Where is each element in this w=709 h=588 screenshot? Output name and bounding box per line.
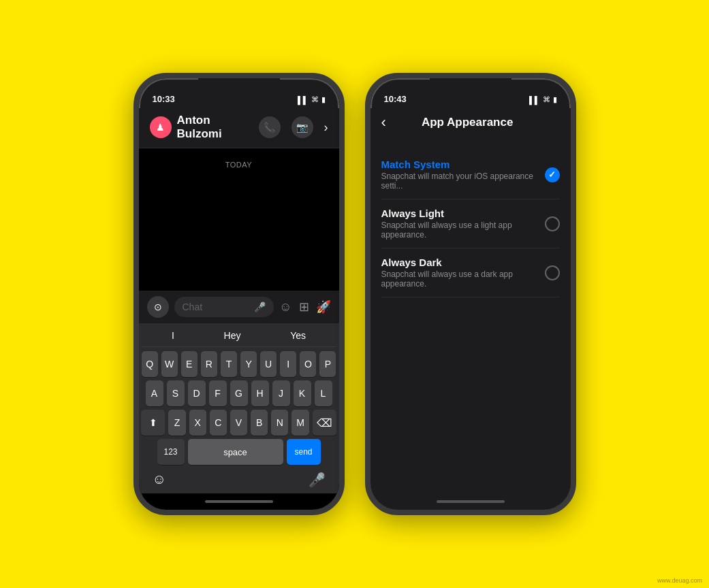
chat-placeholder: Chat xyxy=(183,301,203,312)
battery-icon-2: ▮ xyxy=(553,95,557,104)
send-key[interactable]: send xyxy=(287,439,321,465)
keyboard-bottom-row: 123 space send xyxy=(142,439,336,465)
status-bar-1: 10:33 ▌▌ ⌘ ▮ xyxy=(139,78,339,108)
emoji-key[interactable]: ☺ xyxy=(153,472,166,488)
video-call-button[interactable]: 📷 xyxy=(292,116,313,138)
status-bar-2: 10:43 ▌▌ ⌘ ▮ xyxy=(371,78,571,108)
suggestion-i[interactable]: I xyxy=(166,329,180,342)
chat-actions: 📞 📷 › xyxy=(259,116,328,138)
key-w[interactable]: W xyxy=(161,351,178,377)
space-key[interactable]: space xyxy=(188,439,283,465)
home-bar-2 xyxy=(437,500,505,503)
status-icons-2: ▌▌ ⌘ ▮ xyxy=(529,95,557,104)
snap-button[interactable]: 🚀 xyxy=(316,299,331,314)
option-always-dark[interactable]: Always Dark Snapchat will always use a d… xyxy=(381,248,560,297)
wifi-icon-2: ⌘ xyxy=(543,95,550,104)
option-match-system-desc: Snapchat will match your iOS appearance … xyxy=(381,172,539,191)
avatar: ♟ xyxy=(150,116,172,138)
phone2: 10:43 ▌▌ ⌘ ▮ ‹ App Appearance Match Syst… xyxy=(365,73,576,515)
settings-header: ‹ App Appearance xyxy=(371,108,571,140)
key-j[interactable]: J xyxy=(272,380,290,406)
key-g[interactable]: G xyxy=(230,380,248,406)
emoji-button[interactable]: ☺ xyxy=(279,300,292,314)
battery-icon: ▮ xyxy=(321,95,326,104)
option-match-system-text: Match System Snapchat will match your iO… xyxy=(381,159,539,191)
status-icons-1: ▌▌ ⌘ ▮ xyxy=(298,95,326,104)
status-time-2: 10:43 xyxy=(384,94,407,104)
key-d[interactable]: D xyxy=(188,380,206,406)
keyboard-row-3: ⬆ Z X C V B N M ⌫ xyxy=(142,410,336,436)
keyboard: I Hey Yes Q W E R T Y U I O P A xyxy=(139,323,339,493)
suggestions-row: I Hey Yes xyxy=(142,329,336,347)
option-always-light[interactable]: Always Light Snapchat will always use a … xyxy=(381,199,560,248)
key-l[interactable]: L xyxy=(315,380,332,406)
key-z[interactable]: Z xyxy=(168,410,185,436)
chat-input-area: ⊙ Chat 🎤 ☺ ⊞ 🚀 xyxy=(139,291,339,323)
radio-match-system[interactable] xyxy=(545,167,560,182)
page-title: App Appearance xyxy=(392,116,543,129)
option-always-light-title: Always Light xyxy=(381,208,539,219)
chat-screen: ♟ Anton Bulzomi 📞 📷 › TODAY ⊙ Chat 🎤 ☺ xyxy=(139,108,339,510)
key-k[interactable]: K xyxy=(294,380,311,406)
key-e[interactable]: E xyxy=(181,351,198,377)
option-always-dark-title: Always Dark xyxy=(381,257,539,268)
chat-body: TODAY xyxy=(139,148,339,291)
key-m[interactable]: M xyxy=(292,410,309,436)
keyboard-row-1: Q W E R T Y U I O P xyxy=(142,351,336,377)
keyboard-row-2: A S D F G H J K L xyxy=(142,380,336,406)
delete-key[interactable]: ⌫ xyxy=(313,410,336,436)
key-x[interactable]: X xyxy=(189,410,206,436)
key-t[interactable]: T xyxy=(221,351,237,377)
microphone-key[interactable]: 🎤 xyxy=(309,472,326,488)
page-background: 10:33 ▌▌ ⌘ ▮ ♟ Anton Bulzomi 📞 📷 › TODAY xyxy=(0,0,709,588)
radio-always-light[interactable] xyxy=(545,216,560,231)
option-always-light-text: Always Light Snapchat will always use a … xyxy=(381,208,539,240)
phone-call-button[interactable]: 📞 xyxy=(259,116,281,138)
status-time-1: 10:33 xyxy=(153,94,175,104)
key-s[interactable]: S xyxy=(167,380,185,406)
signal-icon: ▌▌ xyxy=(298,96,309,104)
suggestion-yes[interactable]: Yes xyxy=(285,329,311,342)
key-b[interactable]: B xyxy=(251,410,268,436)
watermark: www.deuag.com xyxy=(657,577,702,584)
appearance-options: Match System Snapchat will match your iO… xyxy=(371,140,571,327)
key-i[interactable]: I xyxy=(280,351,296,377)
mic-icon: 🎤 xyxy=(254,301,266,312)
key-u[interactable]: U xyxy=(260,351,277,377)
option-always-dark-text: Always Dark Snapchat will always use a d… xyxy=(381,257,539,289)
key-q[interactable]: Q xyxy=(142,351,158,377)
radio-always-dark[interactable] xyxy=(545,265,560,280)
emoji-row: ☺ 🎤 xyxy=(142,468,336,491)
key-h[interactable]: H xyxy=(251,380,269,406)
wifi-icon: ⌘ xyxy=(311,95,319,104)
back-button[interactable]: ‹ xyxy=(381,114,386,131)
appearance-screen: ‹ App Appearance Match System Snapchat w… xyxy=(371,108,571,510)
camera-button[interactable]: ⊙ xyxy=(147,296,169,318)
option-always-light-desc: Snapchat will always use a light app app… xyxy=(381,220,539,240)
key-c[interactable]: C xyxy=(210,410,227,436)
home-indicator-2 xyxy=(371,493,571,510)
key-p[interactable]: P xyxy=(319,351,336,377)
key-o[interactable]: O xyxy=(300,351,316,377)
sticker-button[interactable]: ⊞ xyxy=(299,299,309,314)
key-n[interactable]: N xyxy=(271,410,288,436)
signal-icon-2: ▌▌ xyxy=(529,96,540,104)
chat-extras: ☺ ⊞ 🚀 xyxy=(279,299,330,314)
key-r[interactable]: R xyxy=(201,351,217,377)
chat-header: ♟ Anton Bulzomi 📞 📷 › xyxy=(139,108,339,148)
chat-input-field[interactable]: Chat 🎤 xyxy=(174,297,274,317)
contact-name: Anton Bulzomi xyxy=(177,114,253,141)
key-y[interactable]: Y xyxy=(240,351,257,377)
key-v[interactable]: V xyxy=(230,410,247,436)
numbers-key[interactable]: 123 xyxy=(157,439,185,465)
phone1: 10:33 ▌▌ ⌘ ▮ ♟ Anton Bulzomi 📞 📷 › TODAY xyxy=(133,73,345,515)
key-f[interactable]: F xyxy=(209,380,227,406)
home-indicator-1 xyxy=(139,493,339,510)
option-match-system-title: Match System xyxy=(381,159,539,170)
shift-key[interactable]: ⬆ xyxy=(141,410,165,436)
key-a[interactable]: A xyxy=(146,380,163,406)
suggestion-hey[interactable]: Hey xyxy=(219,329,247,342)
option-always-dark-desc: Snapchat will always use a dark app appe… xyxy=(381,270,539,289)
more-button[interactable]: › xyxy=(324,120,328,135)
option-match-system[interactable]: Match System Snapchat will match your iO… xyxy=(381,150,560,199)
